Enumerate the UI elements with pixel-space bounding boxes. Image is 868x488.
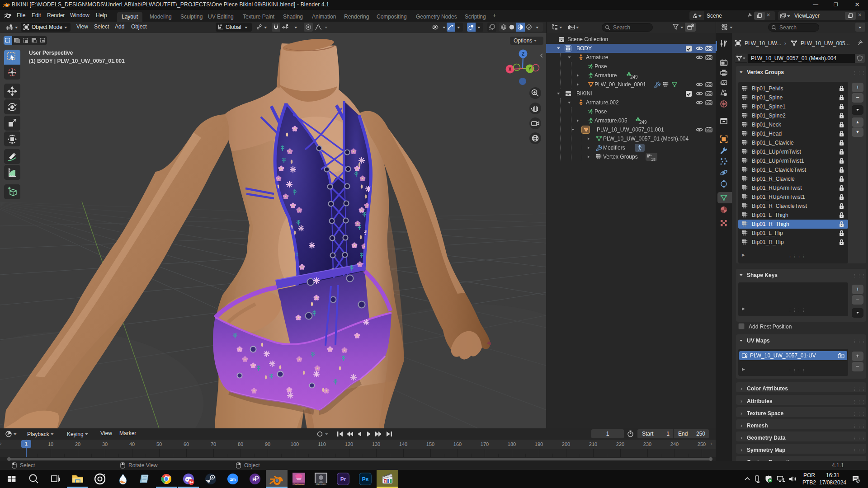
svg-text:Pr: Pr xyxy=(340,476,346,483)
svg-text:User Perspective: User Perspective xyxy=(29,50,73,56)
svg-text:Z: Z xyxy=(522,52,524,56)
svg-text:(1) BODY | PLW_10_UW_0057_01.0: (1) BODY | PLW_10_UW_0057_01.001 xyxy=(29,58,125,64)
svg-text:Ps: Ps xyxy=(362,476,369,483)
svg-text:3: 3 xyxy=(384,480,386,483)
svg-text:SNK DEMO: SNK DEMO xyxy=(316,483,326,485)
svg-text:Pua Browser: Pua Browser xyxy=(294,483,305,485)
svg-text:X: X xyxy=(509,67,512,72)
svg-text:Y: Y xyxy=(528,66,532,71)
svg-text:9+: 9+ xyxy=(189,480,193,484)
svg-text:2: 2 xyxy=(857,479,859,483)
svg-text:zm: zm xyxy=(230,477,236,482)
